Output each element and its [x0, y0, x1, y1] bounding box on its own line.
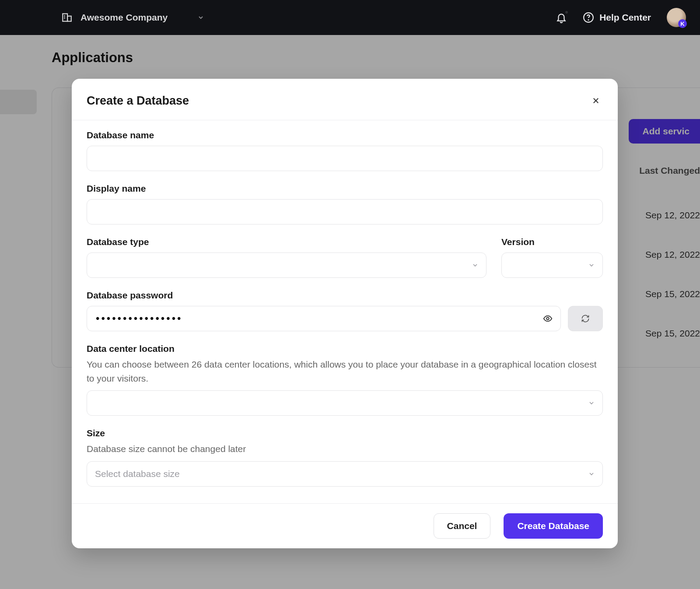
help-center-label: Help Center: [599, 12, 651, 23]
display-name-input[interactable]: [87, 199, 603, 224]
display-name-label: Display name: [87, 183, 603, 194]
modal-close-button[interactable]: [589, 94, 603, 108]
db-name-label: Database name: [87, 130, 603, 140]
cancel-button[interactable]: Cancel: [434, 513, 491, 539]
svg-point-9: [546, 317, 549, 320]
company-name: Awesome Company: [80, 12, 168, 23]
help-icon: [583, 12, 594, 23]
size-select[interactable]: Select database size: [87, 461, 603, 487]
close-icon: [592, 97, 600, 105]
refresh-icon: [581, 314, 590, 323]
create-database-button[interactable]: Create Database: [504, 513, 603, 539]
version-label: Version: [501, 237, 603, 247]
notifications-button[interactable]: [556, 12, 567, 23]
svg-rect-1: [67, 16, 71, 21]
db-type-select[interactable]: [87, 252, 486, 278]
toggle-password-visibility[interactable]: [541, 312, 555, 326]
size-label: Size: [87, 428, 603, 438]
version-select[interactable]: [501, 252, 603, 278]
building-icon: [61, 12, 73, 23]
size-help: Database size cannot be changed later: [87, 442, 603, 456]
db-password-input[interactable]: [87, 306, 561, 331]
create-database-modal: Create a Database Database name Display …: [72, 79, 618, 548]
top-bar: Awesome Company Help Center: [0, 0, 700, 35]
regenerate-password-button[interactable]: [568, 306, 603, 331]
dc-location-select[interactable]: [87, 390, 603, 416]
dc-location-label: Data center location: [87, 344, 603, 354]
chevron-down-icon: [197, 14, 204, 21]
help-center-link[interactable]: Help Center: [583, 12, 651, 23]
modal-title: Create a Database: [87, 94, 189, 108]
bell-dot: [564, 10, 569, 14]
db-type-label: Database type: [87, 237, 486, 247]
svg-point-6: [588, 20, 589, 20]
db-password-label: Database password: [87, 290, 603, 301]
dc-location-help: You can choose between 26 data center lo…: [87, 358, 603, 385]
company-selector[interactable]: Awesome Company: [56, 8, 210, 27]
eye-icon: [543, 314, 553, 323]
avatar[interactable]: [667, 8, 686, 27]
db-name-input[interactable]: [87, 146, 603, 171]
